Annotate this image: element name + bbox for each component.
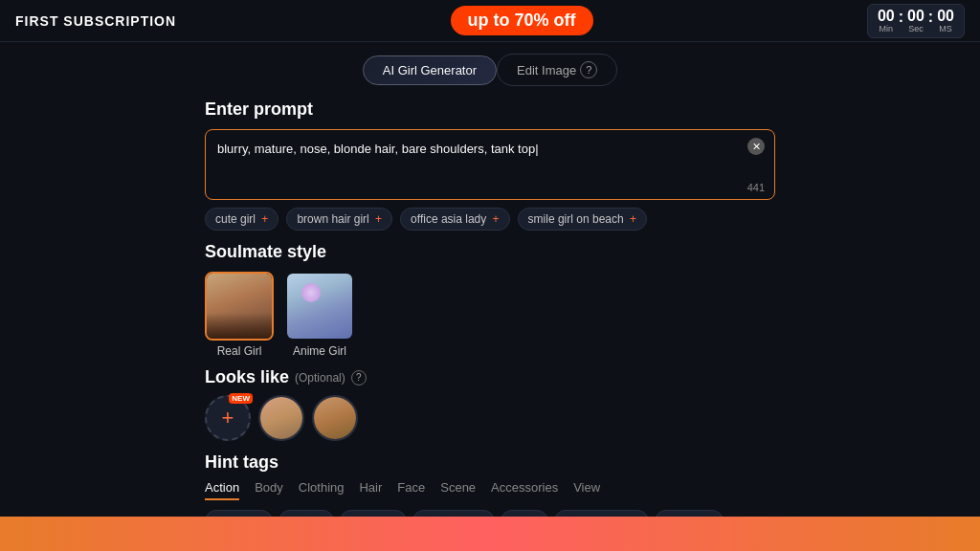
quick-tag-smile-beach[interactable]: smile girl on beach + [518,208,647,231]
prompt-area-wrap: blurry, mature, nose, blonde hair, bare … [205,129,775,200]
hint-tab-hair[interactable]: Hair [359,480,382,500]
real-girl-img [207,274,272,339]
anime-girl-img [287,274,352,339]
looks-optional: (Optional) [295,371,345,385]
brand-title: FIRST SUBSCRIPTION [15,13,176,29]
avatar-2[interactable] [312,395,358,441]
promo-badge: up to 70% off [451,6,593,35]
quick-tag-brown-hair[interactable]: brown hair girl + [286,208,392,231]
prompt-textarea[interactable]: blurry, mature, nose, blonde hair, bare … [206,130,774,195]
promo-prefix: up to [468,11,515,30]
hint-tabs: Action Body Clothing Hair Face Scene Acc… [205,480,775,500]
main-content: Enter prompt blurry, mature, nose, blond… [0,99,980,551]
promo-value: 70% [515,11,549,30]
real-girl-img-wrap [205,272,274,341]
anime-girl-img-wrap [285,272,354,341]
quick-tag-office-asia[interactable]: office asia lady + [400,208,510,231]
tab-edit-image-label: Edit Image [517,63,576,77]
add-avatar-button[interactable]: + NEW [205,395,251,441]
hint-tab-view[interactable]: View [573,480,600,500]
timer-sec: 00 Sec [907,9,924,33]
tab-edit-image[interactable]: Edit Image ? [497,54,617,86]
promo-suffix: off [549,11,576,30]
timer-ms: 00 MS [937,9,954,33]
looks-help-icon[interactable]: ? [351,370,367,386]
quick-tags: cute girl + brown hair girl + office asi… [205,208,775,231]
top-bar: FIRST SUBSCRIPTION up to 70% off 00 Min … [0,0,980,42]
prompt-clear-button[interactable]: ✕ [747,138,765,155]
hint-tab-clothing[interactable]: Clothing [299,480,345,500]
looks-like-header: Looks like (Optional) ? [205,367,775,387]
style-card-anime-girl[interactable]: Anime Girl [285,272,354,358]
looks-avatars: + NEW [205,395,775,441]
hint-tab-action[interactable]: Action [205,480,239,500]
style-cards: Real Girl Anime Girl [205,272,775,358]
timer-box: 00 Min : 00 Sec : 00 MS [867,4,965,38]
hint-tab-face[interactable]: Face [397,480,425,500]
prompt-char-count: 441 [747,182,765,193]
bottom-bar [0,517,980,551]
avatar-face-2 [314,397,356,439]
anime-girl-label: Anime Girl [293,344,346,358]
new-badge: NEW [229,393,253,404]
style-card-real-girl[interactable]: Real Girl [205,272,274,358]
hint-tags-title: Hint tags [205,452,775,473]
hint-tab-accessories[interactable]: Accessories [491,480,558,500]
real-girl-label: Real Girl [217,344,262,358]
hint-tab-body[interactable]: Body [255,480,283,500]
soulmate-style-label: Soulmate style [205,242,775,262]
timer-min: 00 Min [878,9,895,33]
looks-like-title: Looks like [205,367,289,387]
quick-tag-cute-girl[interactable]: cute girl + [205,208,278,231]
help-icon[interactable]: ? [580,61,597,78]
add-icon: + [222,406,234,430]
tabs-row: AI Girl Generator Edit Image ? [0,42,980,96]
prompt-section-label: Enter prompt [205,99,775,120]
tab-ai-girl-generator[interactable]: AI Girl Generator [363,55,497,85]
hint-tab-scene[interactable]: Scene [440,480,476,500]
avatar-1[interactable] [258,395,304,441]
avatar-face-1 [260,397,302,439]
timer-colon-2: : [928,9,933,26]
timer-colon-1: : [899,9,903,26]
